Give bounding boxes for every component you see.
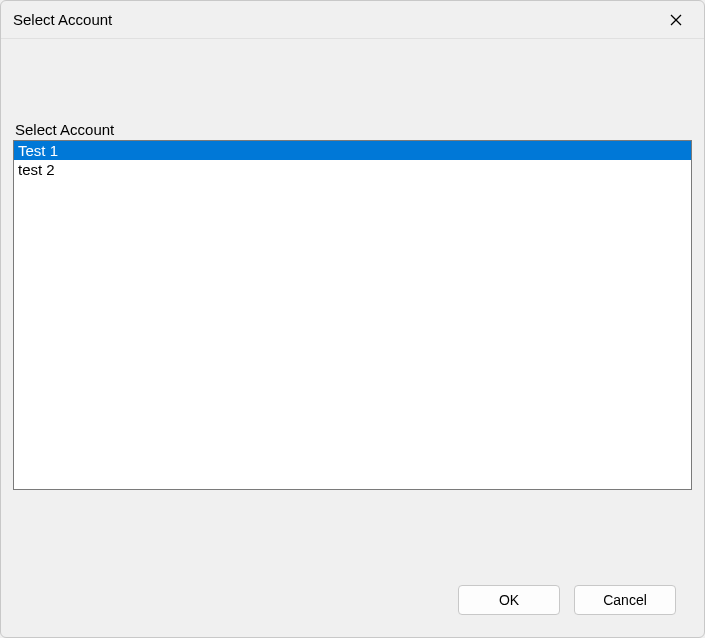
dialog-title: Select Account bbox=[13, 11, 112, 28]
listbox-label: Select Account bbox=[13, 121, 692, 138]
dialog-content: Select Account Test 1test 2 bbox=[1, 39, 704, 637]
account-listbox[interactable]: Test 1test 2 bbox=[13, 140, 692, 490]
close-icon bbox=[670, 14, 682, 26]
select-account-dialog: Select Account Select Account Test 1test… bbox=[0, 0, 705, 638]
list-item[interactable]: test 2 bbox=[14, 160, 691, 179]
titlebar: Select Account bbox=[1, 1, 704, 39]
button-row: OK Cancel bbox=[458, 585, 676, 615]
ok-button[interactable]: OK bbox=[458, 585, 560, 615]
list-item[interactable]: Test 1 bbox=[14, 141, 691, 160]
close-button[interactable] bbox=[656, 4, 696, 36]
cancel-button[interactable]: Cancel bbox=[574, 585, 676, 615]
